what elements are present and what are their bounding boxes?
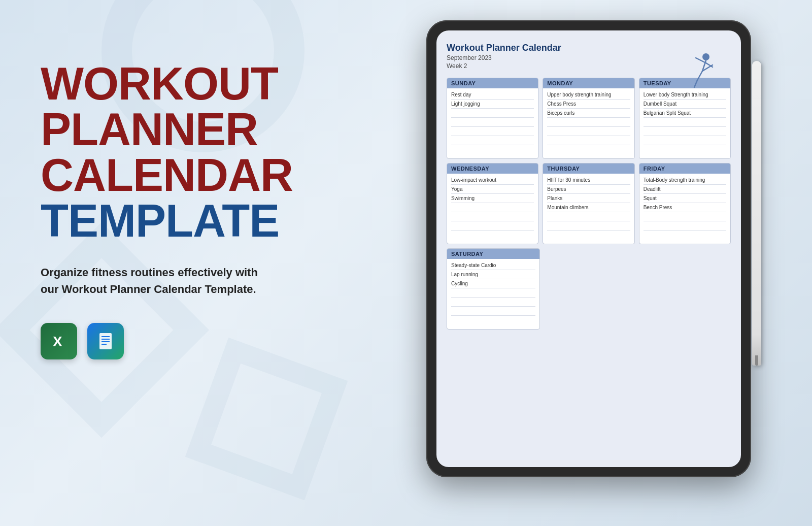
- sunday-card: SUNDAY Rest day Light jogging: [447, 78, 538, 159]
- monday-header: MONDAY: [543, 78, 634, 88]
- friday-row-6: [644, 231, 726, 240]
- saturday-card: SATURDAY Steady-state Cardio Lap running…: [447, 248, 540, 330]
- monday-row-5: [547, 136, 630, 145]
- saturday-header: SATURDAY: [447, 249, 539, 259]
- thursday-card: THURSDAY HIIT for 30 minutes Burpees Pla…: [543, 163, 634, 244]
- tuesday-body: Lower body Strength training Dumbell Squ…: [639, 88, 730, 156]
- title-line2: PLANNER: [41, 107, 304, 152]
- left-panel: WORKOUT PLANNER CALENDAR TEMPLATE Organi…: [41, 61, 304, 359]
- wednesday-row-0: Low-impact workout: [451, 176, 534, 185]
- wednesday-row-1: Yoga: [451, 185, 534, 194]
- monday-row-1: Chess Press: [547, 100, 630, 109]
- sunday-body: Rest day Light jogging: [447, 88, 538, 156]
- thursday-header: THURSDAY: [543, 163, 634, 174]
- thursday-row-2: Planks: [547, 194, 630, 203]
- friday-row-5: [644, 221, 726, 231]
- friday-row-0: Total-Body strength training: [644, 176, 726, 185]
- friday-header: FRIDAY: [639, 163, 730, 174]
- app-icons-row: X: [41, 323, 304, 359]
- monday-row-4: [547, 127, 630, 136]
- thursday-row-5: [547, 221, 630, 231]
- dancer-icon: [678, 51, 719, 91]
- sunday-row-5: [451, 136, 534, 145]
- tablet-body: Workout Planner Calendar September 2023 …: [426, 20, 751, 477]
- tuesday-row-5: [644, 136, 726, 145]
- tuesday-row-4: [644, 127, 726, 136]
- svg-text:X: X: [53, 334, 62, 349]
- friday-row-1: Deadlift: [644, 185, 726, 194]
- monday-row-2: Biceps curls: [547, 109, 630, 118]
- bg-decoration-diamond2: [185, 338, 348, 500]
- sunday-row-3: [451, 118, 534, 127]
- friday-card: FRIDAY Total-Body strength training Dead…: [639, 163, 731, 244]
- friday-row-3: Bench Press: [644, 203, 726, 212]
- friday-row-2: Squat: [644, 194, 726, 203]
- subtitle-text: Organize fitness routines effectively wi…: [41, 264, 269, 298]
- svg-point-8: [702, 53, 709, 60]
- svg-rect-7: [101, 344, 107, 345]
- friday-body: Total-Body strength training Deadlift Sq…: [639, 174, 730, 242]
- excel-icon[interactable]: X: [41, 323, 77, 359]
- monday-body: Upper body strength training Chess Press…: [543, 88, 634, 156]
- wednesday-row-6: [451, 231, 534, 240]
- monday-row-6: [547, 145, 630, 154]
- tuesday-row-0: Lower body Strength training: [644, 90, 726, 100]
- thursday-body: HIIT for 30 minutes Burpees Planks Mount…: [543, 174, 634, 242]
- tablet-container: Workout Planner Calendar September 2023 …: [426, 20, 782, 498]
- title-line4: TEMPLATE: [41, 198, 304, 244]
- thursday-row-3: Mountain climbers: [547, 203, 630, 212]
- wednesday-row-2: Swimming: [451, 194, 534, 203]
- wednesday-row-5: [451, 221, 534, 231]
- bottom-row-grid: SATURDAY Steady-state Cardio Lap running…: [447, 248, 731, 330]
- sunday-row-1: Light jogging: [451, 100, 534, 109]
- svg-line-12: [697, 71, 702, 80]
- thursday-row-4: [547, 212, 630, 221]
- thursday-row-6: [547, 231, 630, 240]
- svg-rect-4: [101, 336, 110, 337]
- saturday-row-5: [451, 307, 535, 316]
- sunday-row-6: [451, 145, 534, 154]
- wednesday-body: Low-impact workout Yoga Swimming: [447, 174, 538, 242]
- saturday-row-6: [451, 316, 535, 325]
- monday-row-3: [547, 118, 630, 127]
- tuesday-row-1: Dumbell Squat: [644, 100, 726, 109]
- tuesday-row-6: [644, 145, 726, 154]
- saturday-body: Steady-state Cardio Lap running Cycling: [447, 259, 539, 327]
- friday-row-4: [644, 212, 726, 221]
- saturday-row-1: Lap running: [451, 270, 535, 279]
- sunday-header: SUNDAY: [447, 78, 538, 88]
- sheets-icon[interactable]: [87, 323, 124, 359]
- sunday-row-2: [451, 109, 534, 118]
- svg-rect-5: [101, 339, 110, 340]
- title-line1: WORKOUT: [41, 61, 304, 107]
- tuesday-row-2: Bulgarian Split Squat: [644, 109, 726, 118]
- wednesday-header: WEDNESDAY: [447, 163, 538, 174]
- stylus: [752, 61, 761, 366]
- bottom-spacer: [544, 248, 731, 330]
- monday-card: MONDAY Upper body strength training Ches…: [543, 78, 634, 159]
- saturday-row-4: [451, 298, 535, 307]
- title-line3: CALENDAR: [41, 152, 304, 198]
- svg-rect-6: [101, 341, 110, 342]
- saturday-row-0: Steady-state Cardio: [451, 261, 535, 270]
- middle-row-grid: WEDNESDAY Low-impact workout Yoga Swimmi…: [447, 163, 731, 244]
- tablet-screen: Workout Planner Calendar September 2023 …: [436, 30, 741, 467]
- thursday-row-1: Burpees: [547, 185, 630, 194]
- thursday-row-0: HIIT for 30 minutes: [547, 176, 630, 185]
- wednesday-card: WEDNESDAY Low-impact workout Yoga Swimmi…: [447, 163, 538, 244]
- wednesday-row-4: [451, 212, 534, 221]
- sunday-row-0: Rest day: [451, 90, 534, 100]
- tuesday-row-3: [644, 118, 726, 127]
- saturday-row-2: Cycling: [451, 279, 535, 288]
- sunday-row-4: [451, 127, 534, 136]
- calendar-header: Workout Planner Calendar September 2023 …: [447, 43, 731, 70]
- wednesday-row-3: [451, 203, 534, 212]
- saturday-row-3: [451, 288, 535, 298]
- monday-row-0: Upper body strength training: [547, 90, 630, 100]
- svg-line-14: [694, 80, 697, 87]
